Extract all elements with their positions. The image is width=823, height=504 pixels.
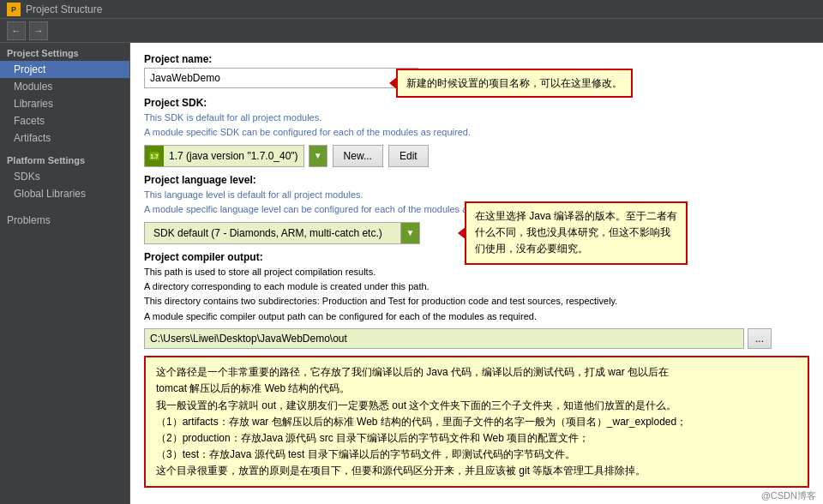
new-sdk-button[interactable]: New... (333, 145, 383, 167)
sidebar-item-facets[interactable]: Facets (0, 112, 129, 129)
sdk-desc1: This SDK is default for all project modu… (144, 111, 809, 124)
app-icon: P (7, 3, 21, 16)
svg-text:1.7: 1.7 (150, 153, 159, 159)
platform-settings-header: Platform Settings (0, 150, 129, 168)
sdk-desc2: A module specific SDK can be configured … (144, 126, 809, 139)
sdk-row: 1.7 1.7 (java version "1.7.0_40") ▼ New.… (144, 145, 809, 167)
callout-project-name: 新建的时候设置的项目名称，可以在这里修改。 (396, 69, 633, 98)
lang-select-container[interactable]: SDK default (7 - Diamonds, ARM, multi-ca… (144, 222, 420, 244)
sdk-select-container[interactable]: 1.7 1.7 (java version "1.7.0_40") (144, 145, 304, 167)
lang-level-label: Project language level: (144, 174, 809, 186)
compiler-output-browse-button[interactable]: ... (748, 328, 772, 349)
compiler-desc3: This directory contains two subdirectori… (144, 295, 809, 308)
compiler-desc1: This path is used to store all project c… (144, 266, 809, 279)
window-title: Project Structure (26, 3, 102, 15)
annotation-line-4: （1）artifacts：存放 war 包解压以后的标准 Web 结构的代码，里… (156, 414, 797, 430)
project-sdk-label: Project SDK: (144, 97, 809, 109)
sdk-select-icon: 1.7 (145, 146, 164, 166)
sidebar-item-global-libraries[interactable]: Global Libraries (0, 185, 129, 202)
compiler-output-section: Project compiler output: This path is us… (144, 251, 809, 350)
sdk-dropdown-button[interactable]: ▼ (309, 145, 327, 167)
lang-dropdown-button[interactable]: ▼ (401, 222, 420, 244)
sidebar-item-project[interactable]: Project (0, 61, 129, 78)
watermark: @CSDN博客 (761, 489, 816, 502)
project-name-label: Project name: (144, 53, 809, 65)
annotation-line-1: 这个路径是一个非常重要的路径，它存放了我们编译以后的 Java 代码，编译以后的… (156, 364, 797, 381)
toolbar: ← → (0, 19, 823, 43)
bottom-annotation: 这个路径是一个非常重要的路径，它存放了我们编译以后的 Java 代码，编译以后的… (144, 356, 809, 488)
svg-text:P: P (11, 5, 16, 14)
lang-select[interactable]: SDK default (7 - Diamonds, ARM, multi-ca… (144, 222, 401, 244)
sidebar-item-artifacts[interactable]: Artifacts (0, 129, 129, 147)
project-settings-header: Project Settings (0, 43, 129, 61)
sdk-value: 1.7 (java version "1.7.0_40") (164, 146, 303, 166)
project-name-input[interactable] (144, 68, 418, 88)
lang-select-value: SDK default (7 - Diamonds, ARM, multi-ca… (153, 227, 382, 239)
sidebar-item-sdks[interactable]: SDKs (0, 168, 129, 185)
forward-button[interactable]: → (29, 21, 48, 40)
main-container: Project Settings Project Modules Librari… (0, 43, 823, 504)
sidebar-divider2 (0, 202, 129, 206)
content-area: Project name: 新建的时候设置的项目名称，可以在这里修改。 Proj… (130, 43, 823, 504)
project-sdk-section: Project SDK: This SDK is default for all… (144, 97, 809, 167)
edit-sdk-button[interactable]: Edit (388, 145, 429, 167)
annotation-line-6: （3）test：存放Java 源代码 test 目录下编译以后的字节码文件，即测… (156, 447, 797, 463)
annotation-line-2: tomcat 解压以后的标准 Web 结构的代码。 (156, 381, 797, 397)
sidebar-problems[interactable]: Problems (0, 209, 129, 229)
title-bar: P Project Structure (0, 0, 823, 19)
sidebar-item-libraries[interactable]: Libraries (0, 95, 129, 112)
annotation-line-3: 我一般设置的名字就叫 out，建议朋友们一定要熟悉 out 这个文件夹下面的三个… (156, 398, 797, 414)
callout-lang-level: 在这里选择 Java 编译器的版本。至于二者有什么不同，我也没具体研究，但这不影… (465, 201, 688, 265)
annotation-line-5: （2）production：存放Java 源代码 src 目录下编译以后的字节码… (156, 430, 797, 447)
callout-lang-level-text: 在这里选择 Java 编译器的版本。至于二者有什么不同，我也没具体研究，但这不影… (475, 210, 677, 255)
sidebar: Project Settings Project Modules Librari… (0, 43, 130, 504)
compiler-output-input[interactable] (144, 328, 744, 349)
sidebar-item-modules[interactable]: Modules (0, 78, 129, 95)
back-button[interactable]: ← (7, 21, 26, 40)
output-input-row: ... (144, 328, 809, 349)
compiler-desc4: A module specific compiler output path c… (144, 310, 809, 323)
compiler-desc2: A directory corresponding to each module… (144, 280, 809, 293)
callout-project-name-text: 新建的时候设置的项目名称，可以在这里修改。 (406, 77, 622, 89)
lang-desc1: This language level is default for all p… (144, 189, 809, 201)
annotation-line-7: 这个目录很重要，放置的原则是在项目下，但要和源代码区分开来，并且应该被 git … (156, 463, 797, 479)
